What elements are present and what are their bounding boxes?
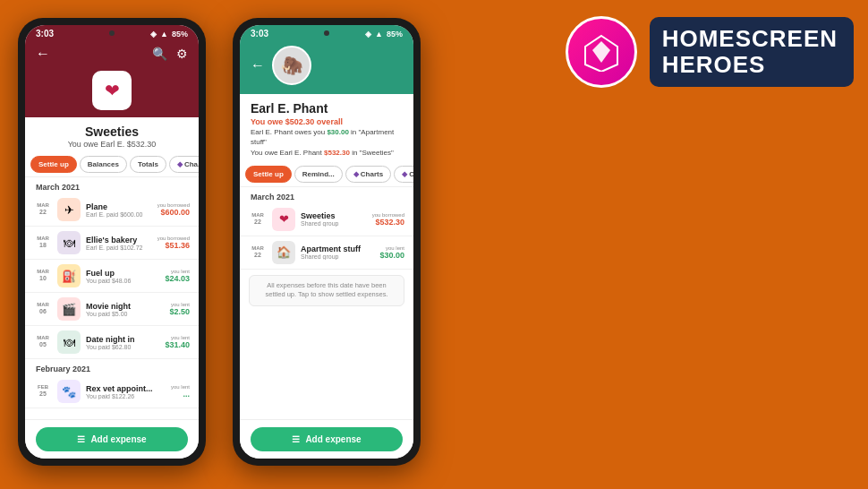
- phone1-tab-settle[interactable]: Settle up: [30, 156, 77, 173]
- expense-date: Feb 25: [34, 384, 52, 399]
- phone2-tabs: Settle up Remind... ◆ Charts ◆ C...: [240, 162, 413, 187]
- phone2-diamond-icon2: ◆: [402, 170, 407, 178]
- phone2-contact-name: Earl E. Phant: [251, 101, 403, 116]
- phone2-camera: [324, 30, 329, 36]
- settled-notice[interactable]: All expenses before this date have been …: [249, 275, 404, 306]
- amount-red: $532.30: [324, 149, 350, 157]
- expense-amount: you borrowed $600.00: [157, 202, 190, 217]
- phone1-wifi-icon: ◈: [150, 30, 157, 39]
- hero-title-line1: HOMESCREEN: [662, 26, 838, 52]
- expense-amount: you borrowed $532.30: [372, 212, 404, 227]
- phone2-add-expense-button[interactable]: ☰ Add expense: [251, 427, 403, 451]
- expense-details: Sweeties Shared group: [301, 211, 367, 227]
- expense-details: Ellie's bakery Earl E. paid $102.72: [86, 236, 152, 251]
- phone1-camera: [109, 30, 115, 36]
- phone1-back-button[interactable]: ←: [36, 46, 50, 62]
- phone1-app-name: Sweeties: [36, 124, 188, 139]
- hero-icon: [566, 16, 637, 88]
- expense-details: Plane Earl E. paid $600.00: [86, 202, 152, 218]
- phone1-add-expense-button[interactable]: ☰ Add expense: [36, 427, 188, 451]
- phone2-section-march: March 2021: [240, 187, 413, 203]
- expense-icon: 🍽: [57, 330, 81, 354]
- table-row[interactable]: Mar 22 🏠 Apartment stuff Shared group yo…: [240, 236, 413, 270]
- phone2-add-bar: ☰ Add expense: [240, 419, 413, 459]
- phone1-signal-icon: ▲: [160, 30, 168, 39]
- phones-container: 3:03 ◈ ▲ 85% ← 🔍 ⚙ ❤: [18, 18, 421, 466]
- expense-icon: 🍽: [57, 231, 81, 254]
- phone2-tab-remind[interactable]: Remind...: [294, 166, 343, 183]
- table-row[interactable]: Mar 18 🍽 Ellie's bakery Earl E. paid $10…: [25, 227, 199, 260]
- expense-amount: you lent $31.40: [165, 335, 190, 349]
- phone2-add-expense-label: Add expense: [305, 434, 361, 444]
- phone1-tab-balances[interactable]: Balances: [80, 156, 127, 173]
- expense-icon: 🎬: [57, 297, 81, 321]
- phone1-heart-icon: ❤: [105, 80, 120, 101]
- phone1-time: 3:03: [36, 29, 54, 39]
- phone2-avatar: 🦣: [272, 46, 311, 85]
- phone1-section-march: March 2021: [25, 177, 199, 193]
- phone2-signal-icon: ▲: [375, 30, 383, 39]
- phone2-wifi-icon: ◈: [365, 30, 371, 39]
- phone2-time: 3:03: [251, 29, 268, 39]
- phone2: 3:03 ◈ ▲ 85% ← 🦣 Ea: [233, 18, 421, 466]
- hero-title-box: HOMESCREEN HEROES: [650, 17, 854, 86]
- phone1-search-icon[interactable]: 🔍: [152, 47, 167, 61]
- expense-details: Date night in You paid $62.80: [86, 335, 159, 350]
- phone1-app-header: ← 🔍 ⚙: [25, 40, 199, 71]
- expense-icon: ✈: [57, 198, 81, 221]
- phone2-screen: 3:03 ◈ ▲ 85% ← 🦣 Ea: [240, 25, 413, 459]
- phone1-settings-icon[interactable]: ⚙: [176, 47, 188, 61]
- phone1-name-area: Sweeties You owe Earl E. $532.30: [25, 117, 199, 152]
- phone2-app-header: ← 🦣: [240, 40, 413, 94]
- phone1-add-expense-label: Add expense: [90, 434, 146, 444]
- list-icon2: ☰: [292, 434, 300, 444]
- expense-amount: you lent $2.50: [169, 302, 190, 316]
- table-row[interactable]: Mar 22 ✈ Plane Earl E. paid $600.00 you …: [25, 193, 199, 227]
- table-row[interactable]: Mar 22 ❤ Sweeties Shared group you borro…: [240, 203, 413, 236]
- table-row[interactable]: Mar 10 ⛽ Fuel up You paid $48.06 you len…: [25, 260, 199, 293]
- phone2-header-left: ← 🦣: [251, 46, 311, 85]
- expense-amount: you lent $30.00: [379, 245, 404, 260]
- phone1-status-icons: ◈ ▲ 85%: [150, 30, 188, 39]
- phone2-contact-area: Earl E. Phant You owe $502.30 overall Ea…: [240, 94, 413, 162]
- phone1-add-bar: ☰ Add expense: [25, 419, 199, 459]
- expense-details: Fuel up You paid $48.06: [86, 269, 159, 284]
- expense-details: Movie night You paid $5.00: [86, 302, 164, 317]
- phone2-back-button[interactable]: ←: [251, 57, 265, 73]
- phone1-logo-area: ❤: [25, 71, 199, 117]
- table-row[interactable]: Feb 25 🐾 Rex vet appoint... You paid $12…: [25, 375, 199, 408]
- avatar-emoji: 🦣: [281, 55, 303, 76]
- expense-amount: you borrowed $51.36: [157, 236, 190, 250]
- phone1-app-logo: ❤: [92, 71, 132, 110]
- hero-title-line2: HEROES: [662, 52, 838, 78]
- list-icon: ☰: [77, 434, 85, 444]
- phone2-tab-more[interactable]: ◆ C...: [394, 166, 413, 183]
- expense-icon: 🐾: [57, 380, 81, 403]
- phone2-diamond-icon1: ◆: [353, 170, 359, 178]
- phone1-diamond-icon: ◆: [177, 160, 183, 168]
- table-row[interactable]: Mar 06 🎬 Movie night You paid $5.00 you …: [25, 293, 199, 326]
- expense-date: Mar 10: [34, 269, 52, 283]
- table-row[interactable]: Mar 05 🍽 Date night in You paid $62.80 y…: [25, 326, 199, 359]
- phone2-battery: 85%: [387, 30, 403, 39]
- expense-date: Mar 22: [34, 202, 52, 217]
- expense-date: Mar 18: [34, 236, 52, 250]
- phone2-tab-settle[interactable]: Settle up: [245, 166, 292, 183]
- expense-date: Mar 06: [34, 302, 52, 316]
- expense-icon: 🏠: [272, 241, 295, 264]
- phone1-tabs: Settle up Balances Totals ◆ Cha...: [25, 152, 199, 177]
- phone1-tab-charts[interactable]: ◆ Cha...: [169, 156, 199, 173]
- expense-date: Mar 22: [249, 212, 267, 227]
- phone1-header-icons: 🔍 ⚙: [152, 47, 188, 61]
- phone1-header-left: ←: [36, 46, 50, 62]
- phone1-expense-list: Mar 22 ✈ Plane Earl E. paid $600.00 you …: [25, 193, 199, 419]
- phone1-tab-totals[interactable]: Totals: [130, 156, 166, 173]
- phone1-app-subtitle: You owe Earl E. $532.30: [36, 140, 188, 149]
- expense-amount: you lent ...: [171, 384, 190, 399]
- phone1-section-feb: February 2021: [25, 359, 199, 375]
- phone2-status-icons: ◈ ▲ 85%: [365, 30, 403, 39]
- phone1-battery: 85%: [172, 30, 188, 39]
- hero-banner: HOMESCREEN HEROES: [566, 16, 854, 88]
- expense-icon: ⛽: [57, 264, 81, 287]
- phone2-tab-charts[interactable]: ◆ Charts: [345, 166, 391, 183]
